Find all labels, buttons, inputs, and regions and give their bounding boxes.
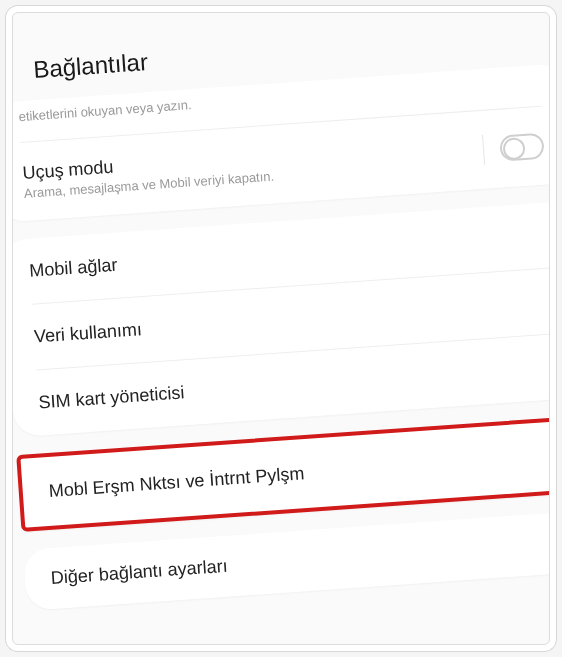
hotspot-row[interactable]: Mobl Erşm Nktsı ve İntrnt Pylşm: [16, 415, 550, 532]
flight-mode-toggle[interactable]: [499, 133, 545, 162]
back-icon[interactable]: [12, 59, 16, 84]
truncated-text: etiketlerini okuyan veya yazın.: [18, 97, 192, 124]
screenshot-frame: Bağlantılar etiketlerini okuyan veya yaz…: [12, 12, 550, 645]
more-connections-label: Diğer bağlantı ayarları: [50, 532, 550, 589]
card-network-group: Mobil ağlar Veri kullanımı SIM kart yöne…: [12, 201, 550, 438]
data-usage-label: Veri kullanımı: [33, 319, 142, 347]
page-title: Bağlantılar: [32, 48, 148, 84]
mobile-networks-label: Mobil ağlar: [29, 255, 118, 282]
hotspot-label: Mobl Erşm Nktsı ve İntrnt Pylşm: [48, 445, 550, 502]
sim-manager-label: SIM kart yöneticisi: [38, 382, 185, 413]
